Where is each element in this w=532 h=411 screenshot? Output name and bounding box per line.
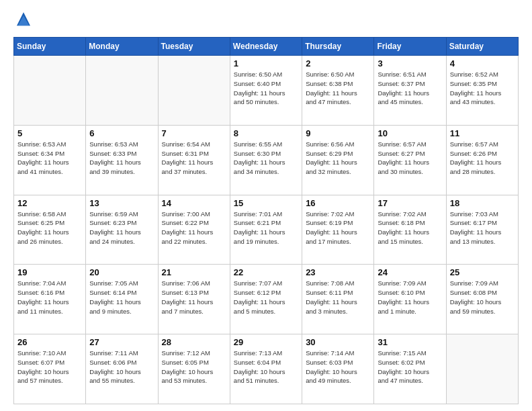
calendar-cell: 15Sunrise: 7:01 AM Sunset: 6:21 PM Dayli… (230, 195, 302, 265)
calendar: SundayMondayTuesdayWednesdayThursdayFrid… (13, 37, 519, 404)
day-number: 30 (306, 337, 370, 347)
calendar-cell: 18Sunrise: 7:03 AM Sunset: 6:17 PM Dayli… (446, 195, 518, 265)
day-info: Sunrise: 6:53 AM Sunset: 6:34 PM Dayligh… (17, 140, 82, 177)
calendar-body: 1Sunrise: 6:50 AM Sunset: 6:40 PM Daylig… (14, 56, 519, 404)
calendar-cell: 21Sunrise: 7:06 AM Sunset: 6:13 PM Dayli… (158, 265, 230, 334)
calendar-week-row: 12Sunrise: 6:58 AM Sunset: 6:25 PM Dayli… (14, 195, 519, 265)
day-number: 8 (234, 128, 298, 138)
day-number: 31 (378, 337, 442, 347)
calendar-cell (446, 334, 518, 404)
calendar-cell: 28Sunrise: 7:12 AM Sunset: 6:05 PM Dayli… (158, 334, 230, 404)
logo (13, 10, 36, 30)
day-info: Sunrise: 7:15 AM Sunset: 6:02 PM Dayligh… (378, 349, 442, 385)
day-info: Sunrise: 7:06 AM Sunset: 6:13 PM Dayligh… (162, 279, 226, 316)
day-number: 25 (450, 267, 515, 277)
weekday-header: Wednesday (230, 38, 302, 56)
day-number: 5 (17, 128, 82, 138)
day-info: Sunrise: 6:50 AM Sunset: 6:40 PM Dayligh… (234, 70, 298, 107)
calendar-cell: 10Sunrise: 6:57 AM Sunset: 6:27 PM Dayli… (374, 125, 446, 195)
calendar-cell: 11Sunrise: 6:57 AM Sunset: 6:26 PM Dayli… (446, 125, 518, 195)
day-number: 17 (378, 198, 442, 208)
calendar-cell: 30Sunrise: 7:14 AM Sunset: 6:03 PM Dayli… (302, 334, 374, 404)
day-info: Sunrise: 7:09 AM Sunset: 6:08 PM Dayligh… (450, 279, 515, 316)
day-info: Sunrise: 7:07 AM Sunset: 6:12 PM Dayligh… (234, 279, 298, 316)
calendar-cell (14, 56, 86, 126)
calendar-header: SundayMondayTuesdayWednesdayThursdayFrid… (14, 38, 519, 56)
calendar-cell: 16Sunrise: 7:02 AM Sunset: 6:19 PM Dayli… (302, 195, 374, 265)
calendar-cell: 17Sunrise: 7:02 AM Sunset: 6:18 PM Dayli… (374, 195, 446, 265)
day-info: Sunrise: 6:54 AM Sunset: 6:31 PM Dayligh… (162, 140, 226, 177)
day-number: 26 (17, 337, 82, 347)
calendar-week-row: 1Sunrise: 6:50 AM Sunset: 6:40 PM Daylig… (14, 56, 519, 126)
day-info: Sunrise: 7:04 AM Sunset: 6:16 PM Dayligh… (17, 279, 82, 316)
header (13, 10, 519, 30)
calendar-cell: 31Sunrise: 7:15 AM Sunset: 6:02 PM Dayli… (374, 334, 446, 404)
day-info: Sunrise: 7:14 AM Sunset: 6:03 PM Dayligh… (306, 349, 370, 385)
day-number: 24 (378, 267, 442, 277)
day-number: 16 (306, 198, 370, 208)
calendar-week-row: 26Sunrise: 7:10 AM Sunset: 6:07 PM Dayli… (14, 334, 519, 404)
day-info: Sunrise: 6:55 AM Sunset: 6:30 PM Dayligh… (234, 140, 298, 177)
day-number: 15 (234, 198, 298, 208)
day-info: Sunrise: 7:05 AM Sunset: 6:14 PM Dayligh… (89, 279, 154, 316)
calendar-cell: 1Sunrise: 6:50 AM Sunset: 6:40 PM Daylig… (230, 56, 302, 126)
day-number: 18 (450, 198, 515, 208)
weekday-header: Friday (374, 38, 446, 56)
day-number: 6 (89, 128, 154, 138)
day-info: Sunrise: 7:03 AM Sunset: 6:17 PM Dayligh… (450, 210, 515, 246)
day-number: 12 (17, 198, 82, 208)
calendar-cell: 29Sunrise: 7:13 AM Sunset: 6:04 PM Dayli… (230, 334, 302, 404)
day-info: Sunrise: 6:53 AM Sunset: 6:33 PM Dayligh… (89, 140, 154, 177)
calendar-cell: 8Sunrise: 6:55 AM Sunset: 6:30 PM Daylig… (230, 125, 302, 195)
calendar-cell: 3Sunrise: 6:51 AM Sunset: 6:37 PM Daylig… (374, 56, 446, 126)
day-number: 14 (162, 198, 226, 208)
calendar-cell: 24Sunrise: 7:09 AM Sunset: 6:10 PM Dayli… (374, 265, 446, 334)
calendar-cell: 13Sunrise: 6:59 AM Sunset: 6:23 PM Dayli… (86, 195, 158, 265)
weekday-header: Thursday (302, 38, 374, 56)
calendar-cell: 26Sunrise: 7:10 AM Sunset: 6:07 PM Dayli… (14, 334, 86, 404)
day-info: Sunrise: 6:59 AM Sunset: 6:23 PM Dayligh… (89, 210, 154, 246)
day-info: Sunrise: 7:09 AM Sunset: 6:10 PM Dayligh… (378, 279, 442, 316)
day-number: 3 (378, 58, 442, 68)
calendar-cell: 14Sunrise: 7:00 AM Sunset: 6:22 PM Dayli… (158, 195, 230, 265)
calendar-cell: 9Sunrise: 6:56 AM Sunset: 6:29 PM Daylig… (302, 125, 374, 195)
day-number: 28 (162, 337, 226, 347)
day-info: Sunrise: 6:50 AM Sunset: 6:38 PM Dayligh… (306, 70, 370, 107)
calendar-cell (86, 56, 158, 126)
day-info: Sunrise: 7:02 AM Sunset: 6:19 PM Dayligh… (306, 210, 370, 246)
day-number: 4 (450, 58, 515, 68)
day-number: 29 (234, 337, 298, 347)
calendar-cell: 27Sunrise: 7:11 AM Sunset: 6:06 PM Dayli… (86, 334, 158, 404)
day-info: Sunrise: 6:58 AM Sunset: 6:25 PM Dayligh… (17, 210, 82, 246)
calendar-cell (158, 56, 230, 126)
calendar-cell: 19Sunrise: 7:04 AM Sunset: 6:16 PM Dayli… (14, 265, 86, 334)
day-number: 10 (378, 128, 442, 138)
day-info: Sunrise: 6:56 AM Sunset: 6:29 PM Dayligh… (306, 140, 370, 177)
day-number: 27 (89, 337, 154, 347)
day-info: Sunrise: 7:00 AM Sunset: 6:22 PM Dayligh… (162, 210, 226, 246)
weekday-row: SundayMondayTuesdayWednesdayThursdayFrid… (14, 38, 519, 56)
calendar-cell: 2Sunrise: 6:50 AM Sunset: 6:38 PM Daylig… (302, 56, 374, 126)
day-number: 21 (162, 267, 226, 277)
weekday-header: Sunday (14, 38, 86, 56)
day-info: Sunrise: 6:51 AM Sunset: 6:37 PM Dayligh… (378, 70, 442, 107)
day-info: Sunrise: 7:13 AM Sunset: 6:04 PM Dayligh… (234, 349, 298, 385)
day-info: Sunrise: 6:52 AM Sunset: 6:35 PM Dayligh… (450, 70, 515, 107)
calendar-cell: 12Sunrise: 6:58 AM Sunset: 6:25 PM Dayli… (14, 195, 86, 265)
day-info: Sunrise: 7:08 AM Sunset: 6:11 PM Dayligh… (306, 279, 370, 316)
day-info: Sunrise: 7:12 AM Sunset: 6:05 PM Dayligh… (162, 349, 226, 385)
day-info: Sunrise: 7:10 AM Sunset: 6:07 PM Dayligh… (17, 349, 82, 385)
calendar-cell: 23Sunrise: 7:08 AM Sunset: 6:11 PM Dayli… (302, 265, 374, 334)
day-number: 13 (89, 198, 154, 208)
day-number: 19 (17, 267, 82, 277)
day-info: Sunrise: 6:57 AM Sunset: 6:26 PM Dayligh… (450, 140, 515, 177)
calendar-week-row: 5Sunrise: 6:53 AM Sunset: 6:34 PM Daylig… (14, 125, 519, 195)
weekday-header: Tuesday (158, 38, 230, 56)
page: SundayMondayTuesdayWednesdayThursdayFrid… (0, 0, 532, 411)
calendar-cell: 5Sunrise: 6:53 AM Sunset: 6:34 PM Daylig… (14, 125, 86, 195)
day-number: 11 (450, 128, 515, 138)
logo-icon (13, 10, 34, 30)
day-info: Sunrise: 7:01 AM Sunset: 6:21 PM Dayligh… (234, 210, 298, 246)
calendar-cell: 20Sunrise: 7:05 AM Sunset: 6:14 PM Dayli… (86, 265, 158, 334)
calendar-cell: 22Sunrise: 7:07 AM Sunset: 6:12 PM Dayli… (230, 265, 302, 334)
